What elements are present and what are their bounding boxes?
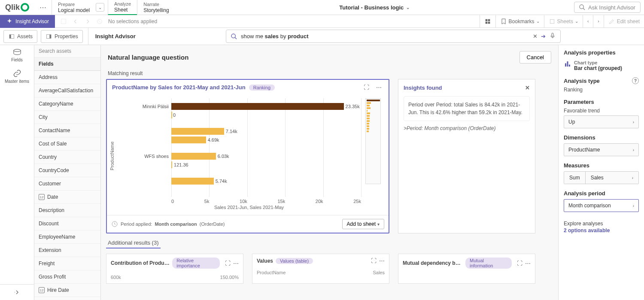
field-row[interactable]: 12Hire Date [34, 284, 100, 297]
rail-master-items[interactable]: Master items [0, 66, 34, 87]
global-selections-icon[interactable] [480, 15, 495, 28]
dimensions-title: Dimensions [564, 134, 639, 141]
period-note: >Period: Month comparison (OrderDate) [404, 125, 530, 131]
pop-insight-text: Period over Period: total Sales is 84.42… [404, 96, 530, 121]
field-row[interactable]: Customer [34, 177, 100, 191]
mic-icon[interactable] [549, 32, 556, 40]
chart-menu-icon[interactable]: ⋯ [374, 84, 383, 91]
collapse-rail-icon[interactable] [0, 284, 34, 300]
nav-dropdown-icon[interactable]: ⌄ [96, 3, 104, 12]
bar-chart[interactable]: Minnki Pälsii23.35k07.14k4.69kWFS shoes6… [115, 98, 383, 210]
panel-bar: Assets Properties Insight Advisor show m… [0, 28, 644, 45]
app-menu-icon[interactable]: ⋯ [34, 3, 52, 12]
bookmarks-button[interactable]: Bookmarks⌄ [495, 15, 544, 28]
svg-line-4 [98, 20, 100, 22]
svg-rect-8 [488, 21, 490, 24]
calendar-icon: 12 [39, 194, 45, 200]
nav-sheet[interactable]: AnalyzeSheet [108, 0, 137, 15]
svg-rect-19 [565, 64, 566, 67]
clear-selections-icon[interactable] [96, 18, 103, 25]
field-row[interactable]: Description [34, 204, 100, 217]
favorable-trend-label: Favorable trend [564, 108, 639, 114]
pencil-icon [608, 18, 615, 25]
chart-type-label: Chart type [574, 60, 622, 65]
field-row[interactable]: 12Date [34, 191, 100, 204]
expand-icon[interactable]: ⛶ [371, 258, 377, 264]
close-insights-icon[interactable]: ✕ [525, 85, 530, 91]
step-forward-icon[interactable] [84, 18, 91, 25]
svg-point-17 [13, 49, 20, 52]
add-to-sheet-button[interactable]: Add to sheet ▾ [342, 219, 384, 229]
card-menu-icon[interactable]: ⋯ [525, 260, 531, 267]
nav-logical-model[interactable]: PrepareLogical model [52, 0, 96, 15]
field-row[interactable]: ContactName [34, 124, 100, 137]
submit-search-icon[interactable]: ➔ [541, 33, 546, 39]
svg-rect-12 [47, 34, 50, 38]
bookmark-icon [500, 18, 507, 25]
fields-icon [12, 48, 22, 56]
field-row[interactable]: Extension [34, 244, 100, 257]
field-row[interactable]: AverageCallSatisfaction [34, 84, 100, 97]
field-row[interactable]: Cost of Sale [34, 137, 100, 151]
svg-rect-21 [569, 65, 570, 67]
rail-fields[interactable]: Fields [0, 45, 34, 66]
field-row[interactable]: Discount [34, 217, 100, 230]
card-menu-icon[interactable]: ⋯ [233, 260, 239, 267]
app-title[interactable]: Tutorial - Business logic⌄ [175, 4, 574, 11]
left-rail: Fields Master items [0, 45, 34, 300]
clear-search-icon[interactable]: ✕ [533, 33, 538, 39]
svg-line-1 [583, 8, 585, 10]
field-row[interactable]: CategoryName [34, 97, 100, 111]
svg-rect-16 [552, 33, 553, 36]
expand-icon[interactable]: ⛶ [362, 84, 371, 91]
field-row[interactable]: City [34, 111, 100, 124]
field-row[interactable]: Freight [34, 257, 100, 270]
additional-results-tab[interactable]: Additional results (3) [106, 233, 161, 248]
next-sheet-button[interactable]: › [593, 15, 603, 28]
card-menu-icon[interactable]: ⋯ [379, 258, 385, 264]
measure-select[interactable]: Sum Sales› [564, 171, 639, 184]
fields-list[interactable]: AddressAverageCallSatisfactionCategoryNa… [34, 71, 100, 300]
step-back-icon[interactable] [72, 18, 79, 25]
svg-rect-5 [485, 19, 487, 21]
sheets-button[interactable]: Sheets⌄ [544, 15, 583, 28]
svg-rect-2 [61, 19, 66, 24]
field-row[interactable]: EmployeeName [34, 230, 100, 244]
edit-sheet-button[interactable]: Edit sheet [604, 15, 644, 28]
properties-toggle[interactable]: Properties [41, 30, 83, 43]
insight-advisor-button[interactable]: Insight Advisor [0, 15, 55, 28]
insight-search-input[interactable]: show me sales by product ✕ ➔ [226, 30, 561, 43]
logo[interactable]: Qlik [0, 3, 34, 12]
field-row[interactable]: Address [34, 71, 100, 84]
sheets-icon [549, 18, 556, 25]
svg-point-14 [231, 34, 235, 38]
svg-point-0 [580, 5, 583, 9]
assets-search[interactable]: Search assets [34, 45, 100, 58]
search-icon [579, 4, 586, 11]
cancel-button[interactable]: Cancel [519, 51, 551, 64]
explore-analyses[interactable]: Explore analyses 2 options available [564, 221, 639, 233]
additional-result-card[interactable]: Contribution of Product… Relative import… [106, 254, 243, 284]
field-row[interactable]: CountryCode [34, 164, 100, 177]
card-badge: Values (table) [276, 258, 313, 264]
additional-result-card[interactable]: Values Values (table) ⛶ ⋯ ProductNameSal… [252, 254, 389, 284]
help-icon[interactable]: ? [632, 77, 639, 84]
field-row[interactable]: Country [34, 151, 100, 164]
favorable-trend-select[interactable]: Up› [564, 115, 639, 128]
additional-result-card[interactable]: Mutual dependency bet… Mutual informatio… [398, 254, 535, 284]
smart-search-icon[interactable] [60, 18, 67, 25]
expand-icon[interactable]: ⛶ [517, 260, 522, 267]
field-row[interactable]: Gross Profit [34, 270, 100, 284]
selections-bar: Insight Advisor No selections applied Bo… [0, 15, 644, 28]
nav-storytelling[interactable]: NarrateStorytelling [137, 0, 175, 15]
chart-minimap[interactable] [365, 98, 381, 184]
dimension-select[interactable]: ProductName› [564, 143, 639, 156]
analysis-period-select[interactable]: Month comparison› [564, 199, 639, 212]
assets-toggle[interactable]: Assets [3, 30, 37, 43]
prev-sheet-button[interactable]: ‹ [583, 15, 593, 28]
svg-rect-11 [11, 34, 14, 38]
ask-insight-input[interactable]: Ask Insight Advisor [574, 2, 641, 13]
svg-rect-13 [50, 34, 51, 38]
chart-badge: Ranking [249, 85, 275, 91]
expand-icon[interactable]: ⛶ [225, 260, 231, 267]
